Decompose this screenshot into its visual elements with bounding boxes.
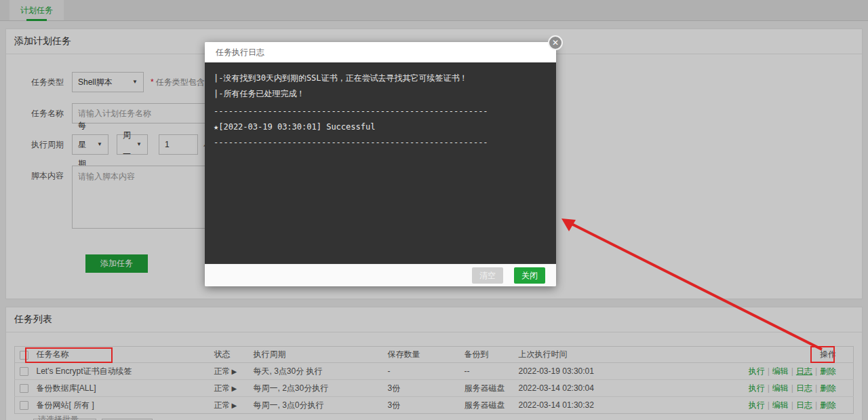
dialog-title: 任务执行日志 xyxy=(205,42,556,62)
log-line: ★[2022-03-19 03:30:01] Successful xyxy=(214,121,547,133)
close-icon[interactable]: ✕ xyxy=(548,35,563,50)
close-dialog-button[interactable]: 关闭 xyxy=(514,267,545,284)
log-line: ----------------------------------------… xyxy=(214,105,547,117)
log-line: ----------------------------------------… xyxy=(214,136,547,149)
task-log-dialog: ✕ 任务执行日志 |-没有找到30天内到期的SSL证书，正在尝试去寻找其它可续签… xyxy=(205,42,556,286)
dialog-footer: 清空 关闭 xyxy=(205,264,556,286)
log-line: |-没有找到30天内到期的SSL证书，正在尝试去寻找其它可续签证书！ xyxy=(214,72,547,84)
clear-log-button[interactable]: 清空 xyxy=(472,267,503,284)
log-output: |-没有找到30天内到期的SSL证书，正在尝试去寻找其它可续签证书！ |-所有任… xyxy=(205,62,556,264)
log-line: |-所有任务已处理完成！ xyxy=(214,88,547,100)
